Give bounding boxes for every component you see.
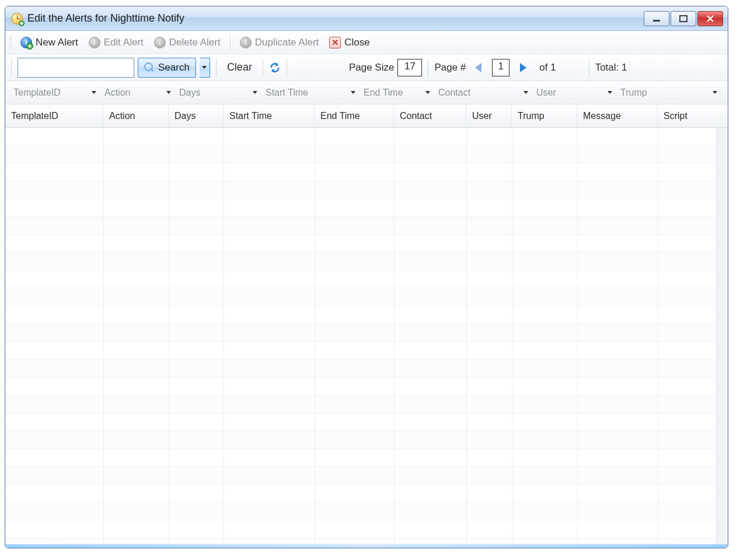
filter-endtime[interactable]: End Time: [359, 88, 434, 98]
table-row[interactable]: [5, 431, 715, 449]
table-row[interactable]: [5, 181, 715, 200]
window-title: Edit the Alerts for Nighttime Notify: [27, 12, 643, 24]
toolbar-separator: [230, 35, 231, 50]
table-row[interactable]: [5, 520, 715, 538]
close-icon: ✕: [329, 37, 341, 48]
col-action[interactable]: Action: [103, 104, 169, 127]
table-row[interactable]: [5, 396, 715, 414]
edit-alert-button[interactable]: i Edit Alert: [85, 36, 147, 50]
table-row[interactable]: [5, 342, 715, 360]
duplicate-alert-button[interactable]: i Duplicate Alert: [236, 36, 323, 50]
column-headers: TemplateID Action Days Start Time End Ti…: [5, 104, 728, 128]
table-row[interactable]: [5, 199, 715, 217]
col-templateid[interactable]: TemplateID: [5, 104, 103, 127]
duplicate-alert-label: Duplicate Alert: [255, 37, 319, 48]
filter-user[interactable]: User: [532, 88, 616, 98]
search-toolbar: Search Clear Page Size 17 Page # 1 of 1: [5, 54, 728, 81]
refresh-button[interactable]: [269, 62, 281, 74]
info-plus-icon: i: [20, 37, 32, 48]
grid-area[interactable]: [5, 128, 728, 548]
col-endtime[interactable]: End Time: [315, 104, 394, 127]
total-label: Total: 1: [595, 62, 627, 74]
page-size-input[interactable]: 17: [397, 59, 422, 76]
info-icon: i: [154, 37, 166, 48]
chevron-down-icon: [92, 91, 96, 94]
table-row[interactable]: [5, 271, 715, 289]
app-icon: [11, 13, 23, 24]
col-message[interactable]: Message: [577, 104, 658, 127]
chevron-down-icon: [608, 91, 612, 94]
close-label: Close: [344, 37, 369, 48]
col-script[interactable]: Script: [658, 104, 714, 127]
grid-divider: [315, 128, 315, 548]
table-row[interactable]: [5, 485, 715, 503]
grid-divider: [224, 128, 224, 548]
next-page-button[interactable]: [520, 63, 526, 72]
chevron-down-icon: [425, 91, 430, 94]
table-row[interactable]: [5, 128, 715, 146]
page-num-input[interactable]: 1: [492, 59, 509, 76]
page-size-label: Page Size: [349, 62, 395, 74]
table-row[interactable]: [5, 324, 715, 342]
chevron-down-icon: [351, 91, 355, 94]
table-row[interactable]: [5, 377, 715, 396]
col-trump[interactable]: Trump: [512, 104, 577, 127]
maximize-button[interactable]: [671, 11, 696, 26]
filter-templateid[interactable]: TemplateID: [9, 88, 100, 98]
chevron-down-icon: [253, 91, 257, 94]
grid-divider: [577, 128, 578, 548]
search-icon: [144, 62, 155, 73]
table-row[interactable]: [5, 467, 715, 485]
filter-contact[interactable]: Contact: [434, 88, 532, 98]
table-row[interactable]: [5, 253, 715, 271]
prev-page-button[interactable]: [475, 63, 481, 72]
new-alert-button[interactable]: i New Alert: [17, 36, 82, 50]
chevron-down-icon: [166, 91, 171, 94]
table-row[interactable]: [5, 360, 715, 378]
close-window-button[interactable]: [697, 11, 723, 26]
table-row[interactable]: [5, 449, 715, 467]
svg-rect-1: [680, 16, 687, 22]
clear-button[interactable]: Clear: [222, 61, 257, 74]
chevron-down-icon: [713, 91, 717, 94]
grid-divider: [169, 128, 169, 548]
col-contact[interactable]: Contact: [394, 104, 466, 127]
grid-background: [5, 128, 715, 548]
toolbar-separator: [589, 58, 589, 77]
svg-rect-0: [653, 20, 660, 22]
filter-action[interactable]: Action: [100, 88, 174, 98]
grid-divider: [466, 128, 467, 548]
toolbar-separator: [11, 58, 12, 77]
table-row[interactable]: [5, 288, 715, 306]
vertical-scrollbar[interactable]: [716, 128, 728, 548]
grid-divider: [512, 128, 512, 548]
filter-trump[interactable]: Trump: [616, 88, 721, 98]
minimize-button[interactable]: [644, 11, 669, 26]
delete-alert-button[interactable]: i Delete Alert: [151, 36, 224, 50]
info-icon: i: [89, 37, 100, 48]
table-row[interactable]: [5, 146, 715, 164]
filter-days[interactable]: Days: [174, 88, 261, 98]
toolbar: i New Alert i Edit Alert i Delete Alert …: [5, 31, 728, 54]
col-user[interactable]: User: [466, 104, 512, 127]
close-button[interactable]: ✕ Close: [326, 36, 373, 50]
table-row[interactable]: [5, 163, 715, 181]
page-of-label: of 1: [539, 62, 556, 74]
col-days[interactable]: Days: [169, 104, 224, 127]
toolbar-separator: [287, 58, 287, 77]
search-dropdown[interactable]: [200, 58, 210, 78]
edit-alert-label: Edit Alert: [104, 37, 144, 48]
table-row[interactable]: [5, 217, 715, 235]
col-starttime[interactable]: Start Time: [224, 104, 315, 127]
table-row[interactable]: [5, 414, 715, 432]
titlebar[interactable]: Edit the Alerts for Nighttime Notify: [5, 6, 728, 31]
delete-alert-label: Delete Alert: [169, 37, 221, 48]
table-row[interactable]: [5, 306, 715, 324]
search-input[interactable]: [18, 58, 134, 78]
filter-row: TemplateID Action Days Start Time End Ti…: [5, 81, 728, 104]
search-button[interactable]: Search: [138, 58, 196, 78]
filter-starttime[interactable]: Start Time: [261, 88, 359, 98]
grid-divider: [394, 128, 395, 548]
table-row[interactable]: [5, 502, 715, 520]
table-row[interactable]: [5, 235, 715, 253]
